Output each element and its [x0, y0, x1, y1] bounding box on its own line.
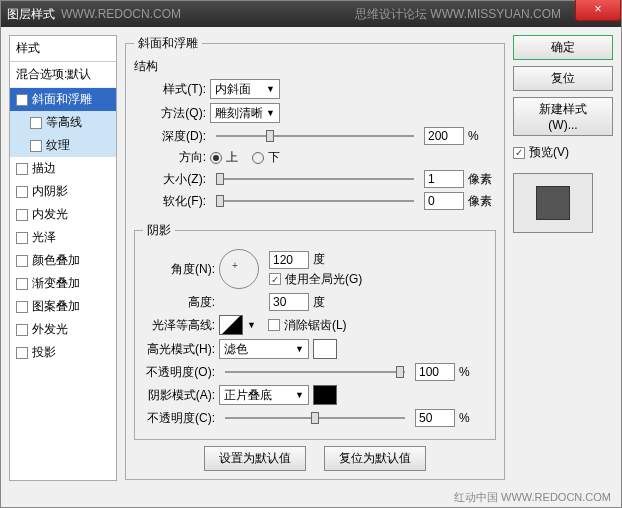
style-item-satin[interactable]: 光泽 [10, 226, 116, 249]
antialiased-checkbox[interactable] [268, 319, 280, 331]
checkbox-icon[interactable] [16, 232, 28, 244]
new-style-button[interactable]: 新建样式(W)... [513, 97, 613, 136]
highlight-mode-combo[interactable]: 滤色▼ [219, 339, 309, 359]
style-label: 样式(T): [134, 81, 206, 98]
reset-button[interactable]: 复位 [513, 66, 613, 91]
style-item-label: 颜色叠加 [32, 252, 80, 269]
chevron-down-icon[interactable]: ▼ [247, 320, 256, 330]
checkbox-icon[interactable] [16, 347, 28, 359]
watermark-left: WWW.REDOCN.COM [61, 7, 181, 21]
shadow-opacity-label: 不透明度(C): [143, 410, 215, 427]
unit-pixel: 像素 [468, 193, 496, 210]
style-item-label: 描边 [32, 160, 56, 177]
style-item-contour[interactable]: 等高线 [10, 111, 116, 134]
preview-box [513, 173, 593, 233]
direction-label: 方向: [134, 149, 206, 166]
style-item-drop-shadow[interactable]: 投影 [10, 341, 116, 364]
unit-percent: % [468, 129, 496, 143]
preview-checkbox[interactable] [513, 147, 525, 159]
checkbox-icon[interactable] [16, 186, 28, 198]
antialiased-label: 消除锯齿(L) [284, 317, 347, 334]
style-item-stroke[interactable]: 描边 [10, 157, 116, 180]
style-item-bevel[interactable]: 斜面和浮雕 [10, 88, 116, 111]
styles-list-panel: 样式 混合选项:默认 斜面和浮雕 等高线 纹理 描边 内阴影 内发光 光泽 颜色… [9, 35, 117, 481]
unit-degree: 度 [313, 294, 325, 311]
soften-label: 软化(F): [134, 193, 206, 210]
close-button[interactable]: × [575, 0, 621, 21]
checkbox-icon[interactable] [16, 324, 28, 336]
settings-panel: 斜面和浮雕 结构 样式(T): 内斜面▼ 方法(Q): 雕刻清晰▼ 深度(D): [125, 35, 505, 481]
unit-percent: % [459, 411, 487, 425]
global-light-checkbox[interactable] [269, 273, 281, 285]
styles-header: 样式 [10, 36, 116, 62]
checkbox-icon[interactable] [30, 140, 42, 152]
checkbox-icon[interactable] [16, 255, 28, 267]
checkbox-icon[interactable] [16, 209, 28, 221]
style-item-label: 图案叠加 [32, 298, 80, 315]
angle-dial[interactable] [219, 249, 259, 289]
style-item-gradient-overlay[interactable]: 渐变叠加 [10, 272, 116, 295]
watermark-footer: 红动中国 WWW.REDOCN.COM [454, 490, 611, 505]
soften-slider[interactable] [216, 192, 414, 210]
highlight-opacity-input[interactable]: 100 [415, 363, 455, 381]
style-combo[interactable]: 内斜面▼ [210, 79, 280, 99]
chevron-down-icon: ▼ [295, 344, 304, 354]
highlight-mode-label: 高光模式(H): [143, 341, 215, 358]
style-item-inner-shadow[interactable]: 内阴影 [10, 180, 116, 203]
gloss-contour-picker[interactable] [219, 315, 243, 335]
style-item-label: 等高线 [46, 114, 82, 131]
unit-degree: 度 [313, 251, 325, 268]
preview-thumbnail [536, 186, 570, 220]
watermark-right: 思维设计论坛 WWW.MISSYUAN.COM [355, 6, 561, 23]
blend-options-row[interactable]: 混合选项:默认 [10, 62, 116, 88]
technique-combo[interactable]: 雕刻清晰▼ [210, 103, 280, 123]
direction-down-radio[interactable] [252, 152, 264, 164]
style-item-inner-glow[interactable]: 内发光 [10, 203, 116, 226]
checkbox-icon[interactable] [16, 94, 28, 106]
shading-title: 阴影 [143, 222, 175, 239]
soften-input[interactable]: 0 [424, 192, 464, 210]
checkbox-icon[interactable] [30, 117, 42, 129]
style-item-label: 外发光 [32, 321, 68, 338]
style-item-color-overlay[interactable]: 颜色叠加 [10, 249, 116, 272]
reset-default-button[interactable]: 复位为默认值 [324, 446, 426, 471]
bevel-group-title: 斜面和浮雕 [134, 35, 202, 52]
direction-up-radio[interactable] [210, 152, 222, 164]
style-item-label: 光泽 [32, 229, 56, 246]
structure-group: 结构 样式(T): 内斜面▼ 方法(Q): 雕刻清晰▼ 深度(D): 200 % [134, 58, 496, 214]
size-slider[interactable] [216, 170, 414, 188]
size-input[interactable]: 1 [424, 170, 464, 188]
angle-input[interactable]: 120 [269, 251, 309, 269]
altitude-input[interactable]: 30 [269, 293, 309, 311]
style-item-outer-glow[interactable]: 外发光 [10, 318, 116, 341]
set-default-button[interactable]: 设置为默认值 [204, 446, 306, 471]
style-item-label: 内阴影 [32, 183, 68, 200]
shadow-color-swatch[interactable] [313, 385, 337, 405]
technique-label: 方法(Q): [134, 105, 206, 122]
gloss-contour-label: 光泽等高线: [143, 317, 215, 334]
checkbox-icon[interactable] [16, 163, 28, 175]
bevel-group: 斜面和浮雕 结构 样式(T): 内斜面▼ 方法(Q): 雕刻清晰▼ 深度(D): [125, 35, 505, 480]
style-item-label: 投影 [32, 344, 56, 361]
checkbox-icon[interactable] [16, 278, 28, 290]
shadow-opacity-input[interactable]: 50 [415, 409, 455, 427]
chevron-down-icon: ▼ [266, 108, 275, 118]
ok-button[interactable]: 确定 [513, 35, 613, 60]
highlight-color-swatch[interactable] [313, 339, 337, 359]
style-item-label: 斜面和浮雕 [32, 91, 92, 108]
shading-group: 阴影 角度(N): 120 度 使用全局光(G) [134, 222, 496, 440]
direction-up-label: 上 [226, 149, 238, 166]
shadow-opacity-slider[interactable] [225, 409, 405, 427]
layer-style-dialog: 图层样式 WWW.REDOCN.COM 思维设计论坛 WWW.MISSYUAN.… [0, 0, 622, 508]
style-item-pattern-overlay[interactable]: 图案叠加 [10, 295, 116, 318]
size-label: 大小(Z): [134, 171, 206, 188]
chevron-down-icon: ▼ [295, 390, 304, 400]
shadow-mode-combo[interactable]: 正片叠底▼ [219, 385, 309, 405]
depth-input[interactable]: 200 [424, 127, 464, 145]
highlight-opacity-slider[interactable] [225, 363, 405, 381]
depth-slider[interactable] [216, 127, 414, 145]
checkbox-icon[interactable] [16, 301, 28, 313]
chevron-down-icon: ▼ [266, 84, 275, 94]
style-item-texture[interactable]: 纹理 [10, 134, 116, 157]
action-panel: 确定 复位 新建样式(W)... 预览(V) [513, 35, 613, 481]
